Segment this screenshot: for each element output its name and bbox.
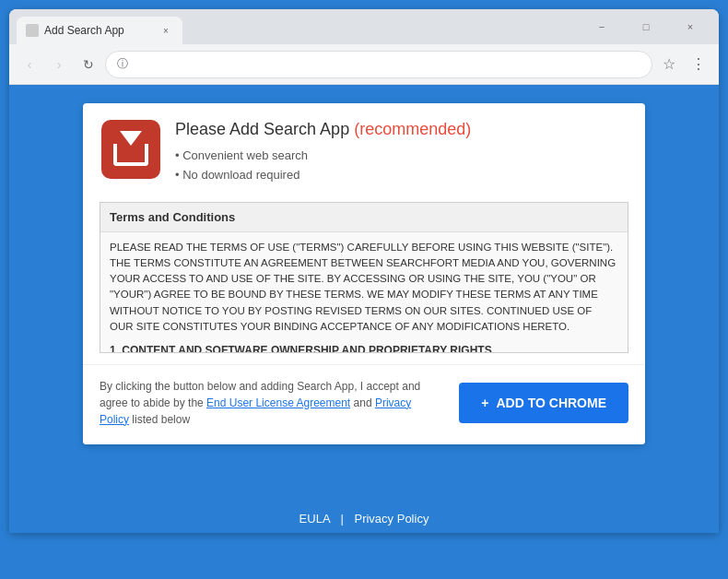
back-button[interactable]: ‹ [17, 52, 42, 77]
tab-title: Add Search App [44, 24, 124, 37]
menu-button[interactable]: ⋮ [686, 52, 711, 77]
terms-header: Terms and Conditions [100, 203, 628, 232]
footer-eula-link[interactable]: EULA [299, 512, 330, 526]
add-to-chrome-button[interactable]: + ADD TO CHROME [459, 383, 628, 423]
terms-section: Terms and Conditions PLEASE READ THE TER… [100, 202, 628, 353]
terms-section1: 1. CONTENT AND SOFTWARE OWNERSHIP AND PR… [110, 342, 618, 352]
consent-text: By clicking the button below and adding … [100, 378, 440, 428]
address-bar[interactable]: ⓘ [105, 51, 652, 78]
forward-button[interactable]: › [46, 52, 72, 77]
action-section: By clicking the button below and adding … [83, 364, 645, 444]
recommended-label: (recommended) [354, 120, 471, 138]
feature-2: No download required [175, 166, 471, 185]
dialog-card: Please Add Search App (recommended) Conv… [83, 103, 645, 444]
window-controls: − □ × [581, 9, 711, 44]
footer-privacy-link[interactable]: Privacy Policy [354, 512, 429, 526]
title-bar: Add Search App × − □ × [9, 9, 719, 44]
maximize-button[interactable]: □ [625, 13, 667, 41]
browser-window: Add Search App × − □ × ‹ › ↻ ⓘ ☆ ⋮ [9, 9, 719, 533]
app-header: Please Add Search App (recommended) Conv… [83, 103, 645, 202]
bookmark-button[interactable]: ☆ [656, 52, 682, 77]
terms-text: PLEASE READ THE TERMS OF USE ("TERMS") C… [110, 240, 618, 336]
app-info: Please Add Search App (recommended) Conv… [175, 120, 471, 185]
add-button-label: ADD TO CHROME [496, 396, 606, 410]
secure-icon: ⓘ [117, 56, 128, 72]
refresh-button[interactable]: ↻ [76, 52, 101, 77]
app-features: Convenient web search No download requir… [175, 147, 471, 185]
page-content: Please Add Search App (recommended) Conv… [9, 85, 719, 533]
footer-separator: | [340, 512, 343, 526]
page-footer: EULA | Privacy Policy [9, 512, 719, 526]
minimize-button[interactable]: − [581, 13, 623, 41]
eula-link[interactable]: End User License Agreement [206, 396, 350, 409]
tab-favicon [26, 24, 39, 37]
feature-1: Convenient web search [175, 147, 471, 166]
toolbar: ‹ › ↻ ⓘ ☆ ⋮ [9, 44, 719, 85]
plus-icon: + [481, 396, 488, 410]
app-title: Please Add Search App (recommended) [175, 120, 471, 139]
close-button[interactable]: × [669, 13, 711, 41]
tab-close-button[interactable]: × [159, 23, 173, 38]
terms-body[interactable]: PLEASE READ THE TERMS OF USE ("TERMS") C… [100, 232, 628, 352]
app-icon [101, 120, 160, 179]
browser-tab[interactable]: Add Search App × [17, 17, 182, 44]
